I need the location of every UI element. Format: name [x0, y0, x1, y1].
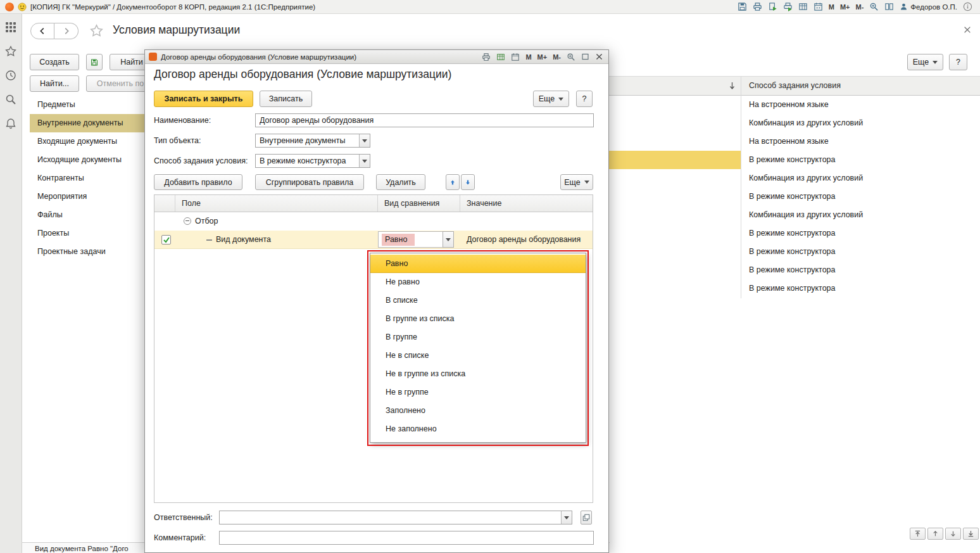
move-up-button[interactable] [446, 174, 460, 190]
history-clock-icon[interactable] [5, 70, 16, 81]
memory-m-plus-button[interactable]: М+ [840, 3, 850, 11]
sidebar-item-ishodyashchie-dokumenty[interactable]: Исходящие документы [30, 151, 144, 169]
dialog-calendar-icon[interactable] [511, 53, 520, 61]
print-icon[interactable] [753, 2, 762, 11]
sidebar-item-proektnye-zadachi[interactable]: Проектные задачи [30, 243, 144, 261]
dropdown-item[interactable]: В группе из списка [370, 310, 586, 328]
sidebar-item-faily[interactable]: Файлы [30, 206, 144, 224]
responsible-combobox[interactable] [219, 511, 572, 524]
col-comparison-header[interactable]: Вид сравнения [378, 195, 460, 212]
titlebar-actions: М М+ М- Федоров О.П. [738, 2, 975, 11]
dialog-maximize-button[interactable] [581, 53, 589, 61]
scroll-next-button[interactable] [945, 528, 961, 540]
close-icon[interactable] [963, 25, 972, 34]
dialog-close-button[interactable] [595, 53, 603, 61]
more-button[interactable]: Еще [907, 54, 943, 70]
condition-method-select[interactable]: В режиме конструктора [255, 154, 370, 168]
dialog-titlebar-actions: М М+ М- [482, 53, 605, 61]
dropdown-item[interactable]: Не равно [370, 273, 586, 291]
dropdown-item[interactable]: Заполнено [370, 402, 586, 420]
save-icon[interactable] [738, 2, 747, 11]
chevron-down-icon[interactable] [359, 155, 370, 167]
delete-button[interactable]: Удалить [376, 174, 425, 190]
checkbox-column-header[interactable] [154, 195, 175, 212]
info-icon[interactable] [963, 2, 972, 11]
rule-checkbox[interactable] [161, 235, 171, 245]
collapse-icon[interactable] [184, 217, 191, 225]
object-type-select[interactable]: Внутренние документы [255, 134, 370, 148]
dialog-window: Договор аренды оборудования (Условие мар… [144, 49, 609, 553]
dialog-memory-m-minus-button[interactable]: М- [553, 53, 561, 61]
favorites-star-icon[interactable] [5, 46, 16, 57]
chevron-down-icon[interactable] [561, 511, 572, 524]
scroll-first-button[interactable] [910, 528, 926, 540]
dialog-titlebar[interactable]: Договор аренды оборудования (Условие мар… [145, 50, 608, 64]
group-row[interactable]: Отбор [154, 212, 593, 231]
col-value-header[interactable]: Значение [460, 195, 593, 212]
history-nav-buttons [30, 23, 79, 39]
scroll-prev-button[interactable] [927, 528, 943, 540]
menu-grid-icon[interactable] [5, 22, 16, 33]
add-rule-button[interactable]: Добавить правило [154, 174, 242, 190]
condition-method-label: Способ задания условия: [154, 156, 248, 165]
calendar-icon[interactable] [814, 2, 823, 11]
rules-more-button[interactable]: Еще [560, 174, 593, 190]
table-icon[interactable] [798, 2, 808, 11]
dropdown-item[interactable]: В группе [370, 328, 586, 346]
app-titlebar: [КОПИЯ] ГК "Меркурий" / Документооборот … [0, 0, 980, 14]
rule-row[interactable]: Вид документа Равно Договор аренды обору… [154, 231, 593, 249]
sidebar-item-kontragenty[interactable]: Контрагенты [30, 169, 144, 188]
rule-value[interactable]: Договор аренды оборудования [467, 235, 581, 244]
dialog-help-button[interactable]: ? [576, 91, 593, 107]
create-button[interactable]: Создать [30, 54, 79, 70]
col-field-header[interactable]: Поле [175, 195, 378, 212]
comparison-editor[interactable]: Равно [378, 231, 443, 248]
favorite-star-icon[interactable] [90, 24, 103, 37]
split-view-icon[interactable] [884, 2, 894, 11]
save-close-button[interactable]: Записать и закрыть [154, 91, 253, 107]
dropdown-item[interactable]: Не заполнено [370, 420, 586, 438]
sidebar-item-meropriyatiya[interactable]: Мероприятия [30, 188, 144, 206]
user-menu[interactable]: Федоров О.П. [900, 3, 957, 11]
find-button[interactable]: Найти... [30, 75, 79, 92]
notifications-bell-icon[interactable] [5, 118, 16, 129]
chevron-down-icon [446, 238, 451, 241]
memory-m-button[interactable]: М [829, 3, 834, 11]
save-button[interactable]: Записать [260, 91, 312, 107]
choose-button[interactable] [581, 511, 592, 524]
dialog-table-icon[interactable] [496, 53, 505, 61]
chevron-down-icon[interactable] [359, 134, 370, 147]
dropdown-item[interactable]: Не в группе [370, 383, 586, 402]
zoom-icon[interactable] [869, 2, 879, 11]
dropdown-item-selected[interactable]: Равно [370, 255, 586, 273]
dialog-memory-m-plus-button[interactable]: М+ [537, 53, 548, 61]
copy-button[interactable] [86, 54, 103, 70]
dialog-print-icon[interactable] [482, 53, 491, 61]
dialog-heading: Договор аренды оборудования (Условие мар… [154, 68, 451, 81]
dialog-zoom-button[interactable] [567, 53, 575, 61]
group-rules-button[interactable]: Сгруппировать правила [255, 174, 364, 190]
comment-input[interactable] [219, 531, 594, 545]
memory-m-minus-button[interactable]: М- [855, 3, 864, 11]
dropdown-item[interactable]: Не в группе из списка [370, 365, 586, 383]
forward-button[interactable] [54, 23, 79, 39]
sidebar-item-proekty[interactable]: Проекты [30, 224, 144, 243]
sidebar-item-vnutrennie-dokumenty[interactable]: Внутренние документы [30, 114, 144, 132]
sidebar-item-vhodyashchie-dokumenty[interactable]: Входящие документы [30, 132, 144, 151]
publish-icon[interactable] [768, 2, 777, 11]
help-button[interactable]: ? [949, 54, 967, 70]
print-preview-icon[interactable] [783, 2, 793, 11]
dropdown-item[interactable]: В списке [370, 291, 586, 310]
scroll-last-button[interactable] [963, 528, 979, 540]
comparison-dropdown-button[interactable] [443, 231, 454, 248]
search-icon[interactable] [5, 94, 16, 105]
dialog-memory-m-button[interactable]: М [525, 53, 531, 61]
dropdown-item[interactable]: Не в списке [370, 346, 586, 365]
list-pager [910, 528, 979, 540]
move-down-button[interactable] [461, 174, 475, 190]
column-header-method: Способ задания условия [749, 81, 841, 90]
back-button[interactable] [30, 23, 54, 39]
sidebar-item-predmety[interactable]: Предметы [30, 96, 144, 114]
dialog-more-button[interactable]: Еще [533, 91, 569, 107]
name-input[interactable] [255, 113, 594, 127]
